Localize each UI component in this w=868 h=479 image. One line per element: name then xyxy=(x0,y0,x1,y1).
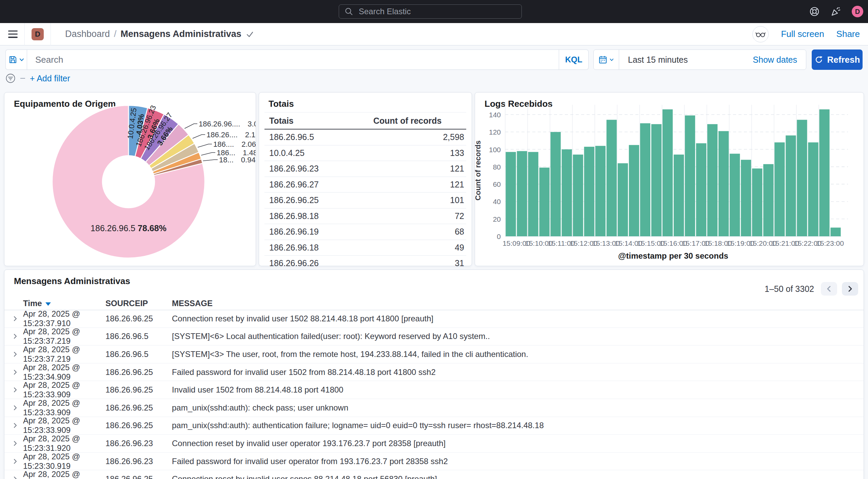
y-axis-title: Count of records xyxy=(475,140,482,200)
message-row[interactable]: Apr 28, 2025 @ 15:23:34.909186.26.96.25F… xyxy=(4,363,864,381)
kql-query-input[interactable] xyxy=(27,55,559,65)
bar[interactable] xyxy=(640,123,650,236)
bar[interactable] xyxy=(763,164,773,236)
panel-title: Totais xyxy=(269,99,294,109)
newsfeed-icon[interactable] xyxy=(830,6,842,17)
refresh-button[interactable]: Refresh xyxy=(812,49,863,70)
bar[interactable] xyxy=(718,131,729,236)
message-row[interactable]: Apr 28, 2025 @ 15:23:30.919186.26.96.23F… xyxy=(4,453,864,471)
expand-row-icon[interactable] xyxy=(12,351,19,358)
expand-row-icon[interactable] xyxy=(12,476,19,479)
bar[interactable] xyxy=(830,227,841,236)
space-logo[interactable]: D xyxy=(32,28,44,40)
totals-row[interactable]: 186.26.96.25101 xyxy=(264,193,466,208)
message-row[interactable]: Apr 28, 2025 @ 15:23:37.219186.26.96.5[S… xyxy=(4,328,864,346)
expand-row-icon[interactable] xyxy=(12,333,19,340)
panel-totais: Totais Totais Count of records 186.26.96… xyxy=(259,92,472,266)
expand-row-icon[interactable] xyxy=(12,315,19,322)
bar-chart[interactable]: 02040608010012014015:09:0015:10:0015:11:… xyxy=(475,102,864,265)
bar[interactable] xyxy=(607,120,617,236)
global-search-input[interactable] xyxy=(358,6,516,17)
totals-row[interactable]: 186.26.96.23121 xyxy=(264,161,466,177)
totals-row[interactable]: 186.26.96.1849 xyxy=(264,240,466,256)
bar[interactable] xyxy=(595,146,606,236)
expand-row-icon[interactable] xyxy=(12,422,19,429)
totals-ip: 186.26.96.23 xyxy=(264,164,371,174)
bar[interactable] xyxy=(573,155,583,236)
expand-row-icon[interactable] xyxy=(12,404,19,411)
totals-row[interactable]: 186.26.96.2631 xyxy=(264,256,466,272)
chevron-down-icon xyxy=(19,57,24,62)
totals-table: Totais Count of records 186.26.96.52,598… xyxy=(264,112,466,272)
bar[interactable] xyxy=(539,167,550,236)
divider xyxy=(20,78,25,79)
time-range-value[interactable]: Last 15 minutes xyxy=(619,50,753,69)
view-mode-button[interactable] xyxy=(752,26,769,42)
totals-row[interactable]: 186.26.96.27121 xyxy=(264,177,466,193)
bar[interactable] xyxy=(651,124,662,236)
bar[interactable] xyxy=(584,147,594,236)
totals-row[interactable]: 10.0.4.25133 xyxy=(264,145,466,161)
bar[interactable] xyxy=(752,168,762,236)
bar[interactable] xyxy=(517,151,527,236)
message-row[interactable]: Apr 28, 2025 @ 15:23:33.909186.26.96.25I… xyxy=(4,381,864,399)
show-dates-button[interactable]: Show dates xyxy=(753,50,806,69)
bar[interactable] xyxy=(797,120,807,236)
bar[interactable] xyxy=(685,116,695,236)
bar[interactable] xyxy=(629,145,639,236)
bar[interactable] xyxy=(551,132,561,236)
message-row[interactable]: Apr 28, 2025 @ 15:23:31.920186.26.96.23C… xyxy=(4,435,864,453)
previous-page-button[interactable] xyxy=(821,282,837,296)
bar[interactable] xyxy=(819,109,829,236)
global-search[interactable] xyxy=(339,4,522,19)
bar[interactable] xyxy=(741,160,751,236)
breadcrumb: Dashboard / Mensagens Administrativas xyxy=(65,29,254,39)
totals-row[interactable]: 186.26.96.52,598 xyxy=(264,129,466,145)
fullscreen-button[interactable]: Full screen xyxy=(781,29,824,39)
bar[interactable] xyxy=(730,154,740,236)
chevron-left-icon xyxy=(825,285,833,293)
menu-icon[interactable] xyxy=(8,31,18,38)
share-button[interactable]: Share xyxy=(836,29,860,39)
user-avatar[interactable]: D xyxy=(852,6,863,17)
message-row[interactable]: Apr 28, 2025 @ 15:23:33.909186.26.96.25p… xyxy=(4,399,864,417)
bar[interactable] xyxy=(674,155,684,236)
message-row[interactable]: Apr 28, 2025 @ 15:23:37.910186.26.96.25C… xyxy=(4,310,864,328)
donut-chart[interactable]: 10.0.4.254.03%186.26.96.233.66%186.26.96… xyxy=(4,103,256,266)
x-axis-title: @timestamp per 30 seconds xyxy=(618,251,728,260)
message-row[interactable]: Apr 28, 2025 @ 15:23:33.909186.26.96.25p… xyxy=(4,417,864,435)
expand-row-icon[interactable] xyxy=(12,386,19,393)
quick-select-button[interactable] xyxy=(594,50,619,69)
add-filter-button[interactable]: + Add filter xyxy=(30,74,70,83)
breadcrumb-dashboard[interactable]: Dashboard xyxy=(65,29,110,39)
expand-row-icon[interactable] xyxy=(12,440,19,447)
bar[interactable] xyxy=(618,163,628,236)
column-header-totais: Totais xyxy=(264,116,371,126)
bar[interactable] xyxy=(696,143,706,236)
bar[interactable] xyxy=(562,149,572,236)
expand-row-icon[interactable] xyxy=(12,369,19,376)
filter-icon[interactable] xyxy=(5,73,16,83)
bar[interactable] xyxy=(786,136,796,236)
bar[interactable] xyxy=(808,142,818,236)
saved-query-button[interactable] xyxy=(5,49,27,70)
message-row[interactable]: Apr 28, 2025 @ 15:23:30.907186.26.96.25C… xyxy=(4,470,864,479)
message-sourceip: 186.26.96.25 xyxy=(105,474,172,479)
totals-row[interactable]: 186.26.98.1872 xyxy=(264,208,466,224)
expand-row-icon[interactable] xyxy=(12,458,19,465)
bar[interactable] xyxy=(506,152,516,236)
totals-row[interactable]: 186.26.96.1968 xyxy=(264,224,466,240)
bar[interactable] xyxy=(774,142,785,236)
bar[interactable] xyxy=(663,109,673,236)
bar[interactable] xyxy=(528,152,538,236)
totals-ip: 186.26.96.27 xyxy=(264,180,371,189)
next-page-button[interactable] xyxy=(842,282,858,296)
bar[interactable] xyxy=(707,124,717,236)
column-header-time[interactable]: Time xyxy=(23,299,105,308)
pie-callout-label: 18... 0.94% xyxy=(219,156,256,164)
message-time: Apr 28, 2025 @ 15:23:30.919 xyxy=(23,452,105,471)
kql-toggle[interactable]: KQL xyxy=(559,49,589,70)
message-row[interactable]: Apr 28, 2025 @ 15:23:37.219186.26.96.5[S… xyxy=(4,345,864,363)
message-sourceip: 186.26.96.23 xyxy=(105,457,172,466)
help-icon[interactable] xyxy=(809,6,820,17)
